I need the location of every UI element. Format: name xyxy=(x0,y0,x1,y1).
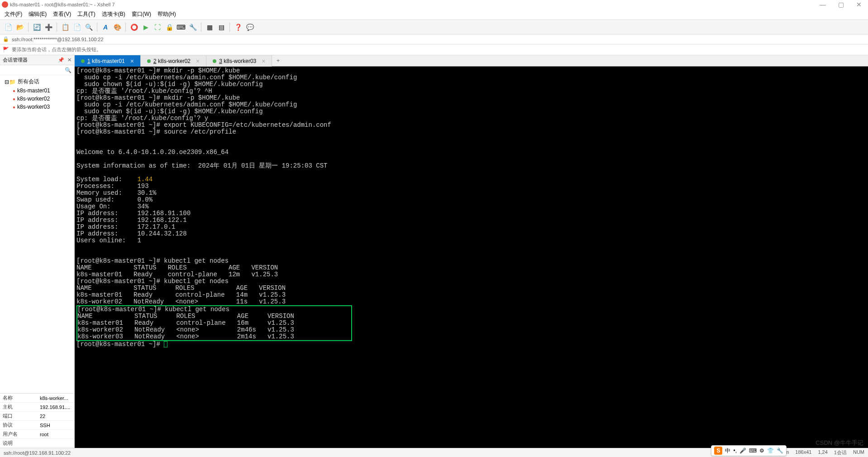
ime-toolbar[interactable]: S 中 •, 🎤 ⌨ ⚙ 👕 🔧 xyxy=(711,445,787,456)
tab-strip: 1 k8s-master01 × 2 k8s-worker02 × 3 k8s-… xyxy=(75,55,868,67)
help-icon[interactable]: ❓ xyxy=(234,23,243,32)
flag-icon: 🚩 xyxy=(3,47,9,53)
lock-icon[interactable]: 🔒 xyxy=(165,23,174,32)
tree-item-worker02[interactable]: ● k8s-worker02 xyxy=(0,95,74,103)
address-text: ssh://root:************@192.168.91.100:2… xyxy=(12,37,104,42)
color-icon[interactable]: 🎨 xyxy=(113,23,122,32)
keyboard-icon[interactable]: ⌨ xyxy=(176,23,186,32)
app-icon xyxy=(2,1,8,8)
ime-mic-icon[interactable]: 🎤 xyxy=(739,447,746,454)
font-icon[interactable]: A xyxy=(101,23,110,32)
menu-help[interactable]: 帮助(H) xyxy=(157,10,176,18)
pin-icon[interactable]: 📌 xyxy=(58,57,64,63)
prop-row: 端口22 xyxy=(0,412,74,421)
sidebar-search[interactable]: 🔍 xyxy=(0,65,74,75)
tree-item-label: k8s-worker02 xyxy=(17,96,50,102)
menu-file[interactable]: 文件(F) xyxy=(5,10,22,18)
status-left: ssh://root@192.168.91.100:22 xyxy=(4,450,71,456)
tree-root-label: 所有会话 xyxy=(18,78,39,86)
tab-worker03[interactable]: 3 k8s-worker03 × xyxy=(206,55,272,67)
separator xyxy=(28,23,29,32)
status-dot-icon xyxy=(147,59,151,63)
session-icon: ● xyxy=(13,96,15,101)
separator xyxy=(201,23,201,32)
tab-add-button[interactable]: + xyxy=(272,55,284,66)
layout1-icon[interactable]: ▦ xyxy=(205,23,214,32)
session-tree: ⊟ 📁 所有会话 ● k8s-master01 ● k8s-worker02 ●… xyxy=(0,75,74,393)
sogou-icon: S xyxy=(714,447,722,455)
window-title: k8s-master01 - root@k8s-master01:~ - Xsh… xyxy=(10,2,115,7)
prop-row: 用户名root xyxy=(0,430,74,439)
session-icon: ● xyxy=(13,88,15,93)
tab-close-icon[interactable]: × xyxy=(262,58,265,65)
copy-icon[interactable]: 📋 xyxy=(61,23,70,32)
address-bar[interactable]: 🔒 ssh://root:************@192.168.91.100… xyxy=(0,34,868,44)
maximize-button[interactable]: ▢ xyxy=(832,1,850,8)
terminal-output[interactable]: [root@k8s-master01 ~]# mkdir -p $HOME/.k… xyxy=(75,67,868,448)
separator xyxy=(125,23,126,32)
window-controls: — ▢ ✕ xyxy=(814,1,868,8)
status-dot-icon xyxy=(81,59,85,63)
tab-close-icon[interactable]: × xyxy=(196,58,200,65)
open-session-icon[interactable]: 📂 xyxy=(15,23,24,32)
session-properties: 名称k8s-worker... 主机192.168.91.... 端口22 协议… xyxy=(0,393,74,448)
tree-root[interactable]: ⊟ 📁 所有会话 xyxy=(0,77,74,87)
menu-window[interactable]: 窗口(W) xyxy=(132,10,151,18)
reconnect-icon[interactable]: 🔄 xyxy=(32,23,41,32)
sidebar-header: 会话管理器 📌 ✕ xyxy=(0,55,74,65)
hint-text: 要添加当前会话，点击左侧的箭头按钮。 xyxy=(12,46,101,53)
tab-close-icon[interactable]: × xyxy=(130,58,134,65)
lock-icon: 🔒 xyxy=(3,36,9,42)
prop-row: 协议SSH xyxy=(0,421,74,430)
menu-view[interactable]: 查看(V) xyxy=(53,10,71,18)
sidebar: 会话管理器 📌 ✕ 🔍 ⊟ 📁 所有会话 ● k8s-master01 ● k8… xyxy=(0,55,75,448)
content-area: 1 k8s-master01 × 2 k8s-worker02 × 3 k8s-… xyxy=(75,55,868,448)
ime-settings-icon[interactable]: ⚙ xyxy=(759,447,764,454)
minimize-button[interactable]: — xyxy=(814,1,832,8)
ime-keyboard-icon[interactable]: ⌨ xyxy=(749,447,757,454)
hint-bar: 🚩 要添加当前会话，点击左侧的箭头按钮。 xyxy=(0,44,868,55)
sidebar-title: 会话管理器 xyxy=(3,57,28,63)
menu-edit[interactable]: 编辑(E) xyxy=(29,10,47,18)
separator xyxy=(57,23,57,32)
folder-icon: 📁 xyxy=(9,79,16,85)
tree-item-master01[interactable]: ● k8s-master01 xyxy=(0,87,74,95)
chat-icon[interactable]: 💬 xyxy=(245,23,254,32)
close-button[interactable]: ✕ xyxy=(850,1,868,8)
ime-punct-icon[interactable]: •, xyxy=(733,447,737,454)
paste-icon[interactable]: 📄 xyxy=(72,23,81,32)
tab-worker02[interactable]: 2 k8s-worker02 × xyxy=(141,55,206,67)
ime-skin-icon[interactable]: 👕 xyxy=(767,447,774,454)
sidebar-close-icon[interactable]: ✕ xyxy=(67,57,72,63)
ime-lang[interactable]: 中 xyxy=(725,447,730,455)
separator xyxy=(97,23,97,32)
prop-row: 说明 xyxy=(0,439,74,448)
menu-tools[interactable]: 工具(T) xyxy=(77,10,95,18)
connect-icon[interactable]: ➕ xyxy=(44,23,53,32)
find-icon[interactable]: 🔍 xyxy=(84,23,93,32)
prop-row: 主机192.168.91.... xyxy=(0,403,74,412)
separator xyxy=(229,23,230,32)
watermark: CSDN @牛牛手记 xyxy=(816,439,863,447)
tab-master01[interactable]: 1 k8s-master01 × xyxy=(75,55,141,67)
collapse-icon: ⊟ xyxy=(5,79,9,85)
tree-item-label: k8s-worker03 xyxy=(17,104,50,110)
fullscreen-icon[interactable]: ⛶ xyxy=(153,23,162,32)
tree-item-label: k8s-master01 xyxy=(17,87,50,94)
toolbar: 📄 📂 🔄 ➕ 📋 📄 🔍 A 🎨 ⭕ ▶ ⛶ 🔒 ⌨ 🔧 ▦ ▤ ❓ 💬 xyxy=(0,20,868,34)
new-session-icon[interactable]: 📄 xyxy=(4,23,13,32)
layout2-icon[interactable]: ▤ xyxy=(217,23,226,32)
tool-icon[interactable]: 🔧 xyxy=(188,23,197,32)
prop-row: 名称k8s-worker... xyxy=(0,394,74,403)
ime-tool-icon[interactable]: 🔧 xyxy=(777,447,783,454)
status-dot-icon xyxy=(213,59,216,63)
menu-bar: 文件(F) 编辑(E) 查看(V) 工具(T) 选项卡(B) 窗口(W) 帮助(… xyxy=(0,9,868,20)
start-icon[interactable]: ▶ xyxy=(141,23,150,32)
title-bar: k8s-master01 - root@k8s-master01:~ - Xsh… xyxy=(0,0,868,9)
tree-item-worker03[interactable]: ● k8s-worker03 xyxy=(0,103,74,111)
search-icon: 🔍 xyxy=(65,67,72,73)
disconnect-icon[interactable]: ⭕ xyxy=(129,23,138,32)
session-icon: ● xyxy=(13,105,15,110)
menu-tabs[interactable]: 选项卡(B) xyxy=(102,10,125,18)
main-area: 会话管理器 📌 ✕ 🔍 ⊟ 📁 所有会话 ● k8s-master01 ● k8… xyxy=(0,55,868,448)
